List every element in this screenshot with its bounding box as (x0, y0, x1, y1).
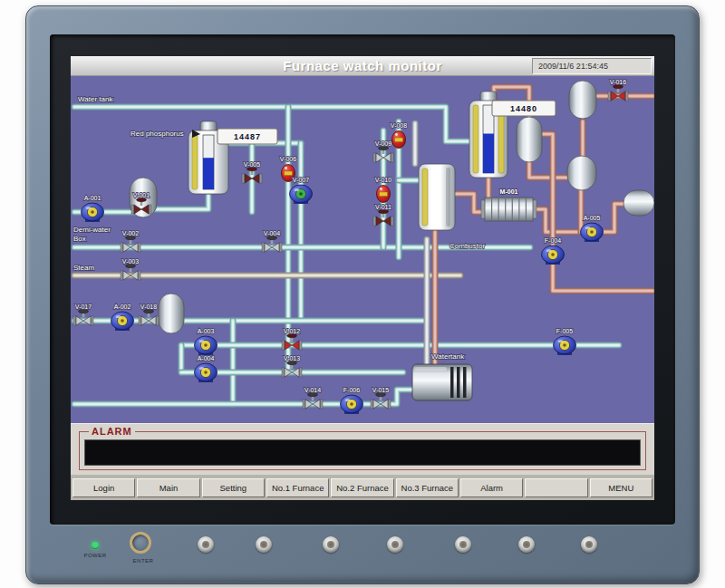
svg-text:V-008: V-008 (391, 122, 407, 129)
svg-text:V-001: V-001 (133, 192, 150, 198)
nav-button-alarm[interactable]: Alarm (460, 478, 523, 497)
capsule-h-vessel (624, 190, 654, 216)
svg-text:V-003: V-003 (122, 258, 139, 265)
function-button-1[interactable] (198, 536, 214, 553)
function-button-glyph (327, 541, 334, 548)
function-button-5[interactable] (455, 536, 471, 553)
svg-text:Watertank: Watertank (431, 352, 465, 361)
nav-button-blank-8[interactable] (525, 478, 587, 497)
diagram-label-box: Box (73, 235, 86, 243)
indicator-v-010[interactable]: V-010 (375, 177, 392, 203)
navigation-bar: LoginMainSettingNo.1 FurnaceNo.2 Furnace… (71, 475, 654, 500)
nav-button-no-3-furnace[interactable]: No.3 Furnace (396, 478, 459, 497)
process-diagram: M-0011448714480V-001V-002V-003V-004V-005… (71, 76, 654, 423)
svg-text:M-001: M-001 (500, 188, 518, 195)
level-display: 14487 (218, 129, 277, 144)
nav-button-setting[interactable]: Setting (202, 478, 265, 497)
enter-button[interactable] (130, 532, 151, 554)
pump-a-002[interactable]: A-002 (111, 304, 134, 331)
svg-text:Demi-water: Demi-water (73, 226, 111, 234)
svg-text:Water tank: Water tank (78, 95, 113, 103)
svg-text:V-009: V-009 (375, 140, 392, 147)
pump-f-005[interactable]: F-005 (554, 328, 576, 355)
svg-text:Steam: Steam (73, 264, 94, 272)
function-button-glyph (260, 541, 267, 548)
indicator-v-008[interactable]: V-008 (391, 122, 407, 149)
function-button-glyph (523, 541, 530, 548)
nav-button-main[interactable]: Main (137, 478, 199, 497)
function-button-glyph (585, 541, 593, 548)
svg-text:V-018: V-018 (140, 304, 157, 310)
nav-button-no-1-furnace[interactable]: No.1 Furnace (266, 478, 329, 497)
alarm-label: ALARM (89, 426, 135, 437)
diagram-label-watertank: Watertank (431, 352, 465, 361)
function-button-glyph (392, 541, 399, 548)
svg-text:V-007: V-007 (293, 177, 309, 183)
power-led-label: POWER (75, 553, 115, 558)
screen-bezel: Furnace watch monitor 2009/11/6 21:54:45… (50, 34, 675, 525)
svg-text:A-001: A-001 (84, 195, 102, 201)
svg-text:V-006: V-006 (280, 156, 296, 162)
lcd-screen: Furnace watch monitor 2009/11/6 21:54:45… (71, 56, 654, 500)
svg-text:F-005: F-005 (556, 328, 573, 334)
pump-f-004[interactable]: F-004 (542, 237, 565, 265)
function-button-7[interactable] (581, 536, 597, 553)
svg-text:V-002: V-002 (122, 230, 139, 236)
monitor-frame: Furnace watch monitor 2009/11/6 21:54:45… (25, 5, 700, 584)
function-button-3[interactable] (323, 536, 339, 553)
capsule-v-vessel (517, 117, 542, 162)
title-bar: Furnace watch monitor 2009/11/6 21:54:45 (71, 56, 654, 76)
enter-button-label: ENTER (121, 558, 165, 564)
svg-text:V-017: V-017 (75, 304, 92, 310)
function-button-glyph (459, 541, 467, 548)
alarm-panel: ALARM (71, 423, 654, 475)
pump-f-006[interactable]: F-006 (341, 387, 363, 414)
svg-text:F-006: F-006 (343, 387, 360, 393)
svg-text:V-014: V-014 (304, 387, 321, 393)
svg-text:V-010: V-010 (375, 177, 392, 183)
svg-text:F-004: F-004 (545, 237, 561, 244)
svg-text:Box: Box (73, 235, 86, 243)
svg-text:V-004: V-004 (264, 230, 280, 236)
alarm-frame: ALARM (79, 431, 646, 470)
pump-a-005[interactable]: A-005 (581, 215, 604, 242)
diagram-label-combustor: Combustor (450, 242, 485, 250)
svg-text:14487: 14487 (234, 132, 261, 141)
nav-button-menu[interactable]: MENU (590, 478, 652, 497)
function-button-6[interactable] (518, 536, 535, 553)
svg-text:A-002: A-002 (114, 304, 131, 310)
function-button-2[interactable] (256, 536, 272, 553)
svg-text:Combustor: Combustor (450, 242, 485, 250)
capsule-v-vessel (569, 81, 596, 119)
alarm-message-display (84, 439, 641, 466)
diagram-label-demi-water: Demi-water (73, 226, 111, 234)
function-button-glyph (202, 541, 209, 548)
pump-a-001[interactable]: A-001 (82, 195, 104, 222)
clock-display: 2009/11/6 21:54:45 (532, 58, 652, 74)
power-led (92, 542, 99, 549)
svg-text:Red phosphorus: Red phosphorus (130, 130, 184, 138)
svg-text:V-015: V-015 (372, 387, 389, 393)
watertank-vessel (412, 364, 472, 400)
svg-text:A-003: A-003 (198, 328, 215, 334)
svg-text:V-016: V-016 (610, 79, 626, 85)
nav-button-no-2-furnace[interactable]: No.2 Furnace (331, 478, 393, 497)
combustor-vessel (419, 164, 455, 230)
pump-a-004[interactable]: A-004 (195, 355, 218, 382)
diagram-label-steam: Steam (73, 264, 94, 272)
capsule-v-vessel (567, 156, 596, 190)
diagram-label-water-tank: Water tank (78, 95, 113, 103)
level-display: 14480 (492, 101, 556, 116)
capsule-v-vessel (159, 294, 184, 333)
function-button-4[interactable] (387, 536, 403, 553)
svg-text:14480: 14480 (510, 104, 537, 113)
svg-text:V-011: V-011 (375, 204, 392, 210)
svg-text:A-004: A-004 (198, 355, 215, 361)
svg-text:V-012: V-012 (284, 328, 300, 334)
nav-button-login[interactable]: Login (72, 478, 135, 497)
svg-text:A-005: A-005 (584, 215, 601, 221)
svg-text:V-013: V-013 (284, 355, 300, 361)
svg-text:V-005: V-005 (244, 161, 260, 168)
pump-a-003[interactable]: A-003 (195, 328, 218, 355)
pump-v-007[interactable]: V-007 (290, 177, 313, 204)
